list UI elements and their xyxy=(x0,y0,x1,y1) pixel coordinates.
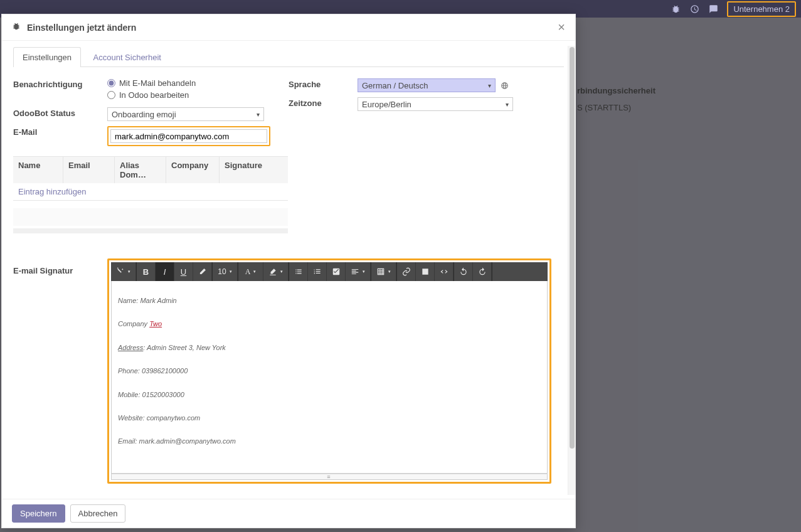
col-company[interactable]: Company xyxy=(166,157,220,183)
top-header: Unternehmen 2 xyxy=(671,0,801,18)
editor-resize-handle[interactable]: ≡ xyxy=(111,474,548,480)
odoobot-value: Onboarding emoji xyxy=(112,110,176,119)
tab-account-sicherheit[interactable]: Account Sicherheit xyxy=(84,47,171,67)
dialog-footer: Speichern Abbrechen xyxy=(2,499,575,528)
tab-bar: Einstellungen Account Sicherheit xyxy=(13,47,564,67)
tool-undo[interactable] xyxy=(454,262,473,281)
odoobot-label: OdooBot Status xyxy=(13,107,107,121)
add-entry-link[interactable]: Eintrag hinzufügen xyxy=(18,187,86,196)
bug-icon[interactable] xyxy=(671,4,681,14)
col-email[interactable]: Email xyxy=(63,157,115,183)
email-label: E-Mail xyxy=(13,126,107,146)
tool-redo[interactable] xyxy=(473,262,492,281)
cancel-button[interactable]: Abbrechen xyxy=(70,504,126,523)
chat-icon[interactable] xyxy=(708,4,718,14)
bg-column-value: S (STARTTLS) xyxy=(577,103,631,112)
col-name[interactable]: Name xyxy=(13,157,63,183)
language-label: Sprache xyxy=(289,78,358,92)
tab-einstellungen[interactable]: Einstellungen xyxy=(13,47,81,67)
col-aliasdomain[interactable]: Alias Dom… xyxy=(115,157,166,183)
chevron-down-icon: ▾ xyxy=(488,82,491,89)
col-signature[interactable]: Signature xyxy=(220,157,288,183)
sig-line-mobile: Mobile: 01520003000 xyxy=(118,390,541,400)
signature-section: E-mail Signatur ▾ B I U 10▾ xyxy=(13,258,564,484)
tool-fontsize[interactable]: 10▾ xyxy=(213,262,238,281)
tool-ul[interactable] xyxy=(289,262,308,281)
sig-line-address: Address: Admin Street 3, New York xyxy=(118,343,541,353)
bg-column-header: rbindungssicherheit xyxy=(577,86,655,95)
tool-link[interactable] xyxy=(397,262,416,281)
tool-fontcolor[interactable]: A▾ xyxy=(238,262,263,281)
table-header: Name Email Alias Dom… Company Signature xyxy=(13,157,288,183)
tool-highlight[interactable]: ▾ xyxy=(263,262,289,281)
table-row-add: Eintrag hinzufügen xyxy=(13,183,288,200)
signature-editor[interactable]: Name: Mark Admin Company Two Address: Ad… xyxy=(111,281,548,474)
globe-icon[interactable] xyxy=(501,82,509,90)
timezone-select[interactable]: Europe/Berlin ▾ xyxy=(358,97,513,111)
chevron-down-icon: ▾ xyxy=(506,101,509,108)
tool-ol[interactable] xyxy=(308,262,327,281)
alias-table: Name Email Alias Dom… Company Signature … xyxy=(13,156,288,201)
tool-image[interactable] xyxy=(416,262,435,281)
dialog-header: Einstellungen jetzt ändern × xyxy=(2,14,575,41)
dialog-bug-icon xyxy=(12,22,21,33)
save-button[interactable]: Speichern xyxy=(12,504,65,523)
company-switcher[interactable]: Unternehmen 2 xyxy=(727,1,796,17)
notif-radio-email[interactable]: Mit E-Mail behandeln xyxy=(107,78,289,88)
email-field[interactable] xyxy=(110,129,267,143)
tool-table[interactable]: ▾ xyxy=(371,262,396,281)
settings-dialog: Einstellungen jetzt ändern × Einstellung… xyxy=(1,14,576,528)
timezone-label: Zeitzone xyxy=(289,97,358,111)
timezone-value: Europe/Berlin xyxy=(362,100,411,109)
tool-wand[interactable]: ▾ xyxy=(111,262,136,281)
language-value: German / Deutsch xyxy=(362,81,428,90)
chevron-down-icon: ▾ xyxy=(257,111,260,118)
notification-label: Benachrichtigung xyxy=(13,78,107,102)
signature-label: E-mail Signatur xyxy=(13,258,107,484)
sig-line-phone: Phone: 039862100000 xyxy=(118,366,541,376)
notif-radio-email-text: Mit E-Mail behandeln xyxy=(119,78,196,88)
notif-radio-odoo[interactable]: In Odoo bearbeiten xyxy=(107,90,289,100)
odoobot-select[interactable]: Onboarding emoji ▾ xyxy=(107,107,264,121)
clock-icon[interactable] xyxy=(689,4,699,14)
close-icon[interactable]: × xyxy=(558,20,565,35)
scroll-thumb[interactable] xyxy=(570,47,575,449)
dialog-title: Einstellungen jetzt ändern xyxy=(27,23,558,33)
notif-radio-odoo-input[interactable] xyxy=(107,91,115,99)
sig-line-company: Company Two xyxy=(118,319,541,329)
sig-line-name: Name: Mark Admin xyxy=(118,296,541,306)
tool-bold[interactable]: B xyxy=(137,262,156,281)
tool-italic[interactable]: I xyxy=(156,262,174,281)
table-spacer xyxy=(13,208,288,226)
notif-radio-email-input[interactable] xyxy=(107,79,115,87)
sig-line-website: Website: companytwo.com xyxy=(118,413,541,423)
email-highlight xyxy=(107,126,270,146)
language-select[interactable]: German / Deutsch ▾ xyxy=(358,78,496,92)
table-spacer2 xyxy=(13,228,288,233)
editor-toolbar: ▾ B I U 10▾ A▾ ▾ xyxy=(111,262,548,281)
tool-eraser[interactable] xyxy=(193,262,212,281)
tool-checklist[interactable] xyxy=(327,262,346,281)
notif-radio-odoo-text: In Odoo bearbeiten xyxy=(119,90,189,100)
tool-align[interactable]: ▾ xyxy=(346,262,371,281)
signature-highlight: ▾ B I U 10▾ A▾ ▾ xyxy=(107,258,551,484)
dialog-scrollbar[interactable] xyxy=(568,46,575,495)
dialog-body: Einstellungen Account Sicherheit Benachr… xyxy=(2,41,575,499)
tool-code[interactable] xyxy=(435,262,454,281)
tool-underline[interactable]: U xyxy=(174,262,193,281)
sig-line-email: Email: mark.admin@companytwo.com xyxy=(118,437,541,446)
